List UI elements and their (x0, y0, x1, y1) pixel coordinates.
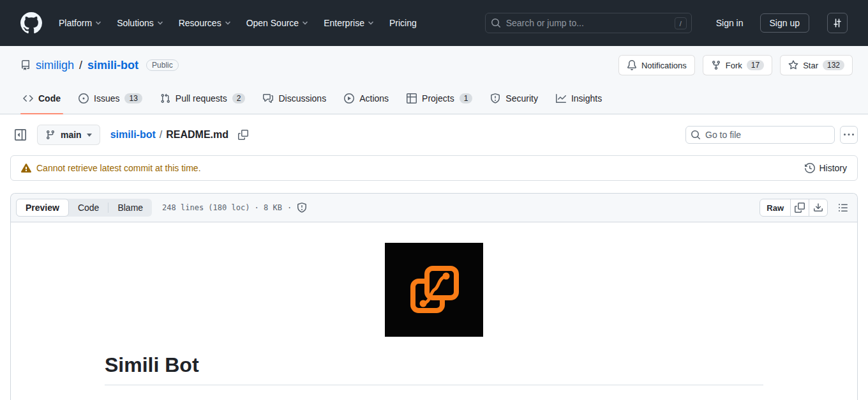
copy-raw-button[interactable] (790, 199, 809, 217)
repo-name-link[interactable]: simili-bot (87, 59, 138, 72)
star-label: Star (803, 61, 818, 70)
chevron-down-icon (95, 20, 101, 26)
tab-insights[interactable]: Insights (550, 83, 608, 114)
copy-icon (238, 130, 248, 140)
search-input[interactable] (485, 13, 692, 33)
readme-title: Simili Bot (105, 353, 763, 385)
sign-up-button[interactable]: Sign up (760, 13, 809, 33)
main-content: main simili-bot / README.md Cannot retri… (0, 114, 868, 400)
tab-label: Issues (94, 93, 119, 104)
copy-path-button[interactable] (235, 127, 251, 143)
nav-platform[interactable]: Platform (52, 13, 108, 33)
bell-icon (627, 60, 637, 70)
tab-code[interactable]: Code (17, 83, 67, 114)
appearance-settings-button[interactable] (827, 13, 848, 33)
shield-icon (490, 93, 500, 104)
simili-bot-logo-image[interactable] (385, 243, 483, 337)
readme-image-wrap (105, 243, 763, 339)
tab-preview[interactable]: Preview (16, 199, 69, 217)
star-button[interactable]: Star 132 (780, 55, 853, 75)
fork-button[interactable]: Fork 17 (703, 55, 772, 75)
repo-title: similigh / simili-bot Public (20, 59, 618, 72)
file-meta: 248 lines (180 loc) · 8 KB · (162, 203, 760, 213)
tab-security[interactable]: Security (484, 83, 544, 114)
repo-owner-link[interactable]: similigh (36, 59, 74, 72)
more-options-button[interactable] (840, 126, 858, 144)
star-count: 132 (823, 60, 844, 70)
go-to-file[interactable] (685, 126, 835, 144)
nav-open-source[interactable]: Open Source (240, 13, 315, 33)
tab-label: Code (38, 93, 61, 104)
chevron-down-icon (368, 20, 374, 26)
tab-label: Pull requests (176, 93, 227, 104)
visibility-badge: Public (146, 59, 179, 71)
code-icon (23, 93, 33, 104)
repo-separator: / (79, 59, 82, 72)
tab-label: Projects (422, 93, 454, 104)
copy-icon (795, 203, 805, 213)
tab-actions[interactable]: Actions (338, 83, 395, 114)
tab-file-code[interactable]: Code (69, 199, 108, 217)
site-header: Platform Solutions Resources Open Source… (0, 0, 868, 46)
star-icon (788, 60, 798, 70)
raw-button[interactable]: Raw (760, 199, 791, 217)
fork-label: Fork (726, 61, 742, 70)
notifications-button[interactable]: Notifications (618, 55, 695, 75)
nav-enterprise[interactable]: Enterprise (317, 13, 380, 33)
commit-warning-banner: Cannot retrieve latest commit at this ti… (10, 155, 858, 181)
raw-button-group: Raw (760, 199, 828, 217)
history-label: History (819, 163, 847, 173)
outline-button[interactable] (834, 199, 852, 217)
breadcrumb: simili-bot / README.md (110, 127, 685, 143)
tab-discussions[interactable]: Discussions (257, 83, 333, 114)
file-view-switcher: Preview Code Blame (16, 199, 152, 217)
tab-label: Discussions (278, 93, 326, 104)
file-meta-separator: · (287, 203, 292, 212)
alert-triangle-icon (21, 163, 31, 173)
chevron-down-icon (157, 20, 163, 26)
header-search[interactable]: / (485, 13, 692, 33)
history-icon (805, 163, 815, 173)
notifications-label: Notifications (641, 61, 687, 70)
comment-discussion-icon (263, 93, 273, 104)
breadcrumb-separator: / (160, 129, 162, 141)
graph-icon (556, 93, 566, 104)
readme-content: Simili Bot (84, 222, 784, 400)
readme-file-box: Preview Code Blame 248 lines (180 loc) ·… (10, 193, 858, 400)
download-raw-button[interactable] (809, 199, 828, 217)
tab-projects[interactable]: Projects 1 (400, 83, 479, 114)
pull-requests-count: 2 (232, 93, 246, 104)
play-icon (344, 93, 354, 104)
chevron-down-icon (225, 20, 231, 26)
repo-header: similigh / simili-bot Public Notificatio… (0, 46, 868, 83)
expand-file-tree-button[interactable] (10, 125, 31, 145)
search-shortcut-key: / (675, 17, 687, 29)
repo-tab-nav: Code Issues 13 Pull requests 2 Discussio… (0, 83, 868, 114)
nav-resources[interactable]: Resources (172, 13, 237, 33)
go-to-file-input[interactable] (685, 126, 835, 144)
tab-label: Actions (359, 93, 389, 104)
nav-pricing[interactable]: Pricing (383, 13, 423, 33)
repo-icon (20, 60, 31, 70)
breadcrumb-file-name: README.md (166, 129, 228, 141)
github-logo-icon[interactable] (20, 12, 42, 34)
shield-alert-icon[interactable] (297, 203, 307, 213)
list-unordered-icon (838, 203, 848, 213)
sliders-icon (832, 18, 842, 28)
tab-blame[interactable]: Blame (108, 199, 152, 217)
table-icon (407, 93, 417, 104)
repo-actions: Notifications Fork 17 Star 132 (618, 55, 853, 75)
nav-solutions[interactable]: Solutions (110, 13, 170, 33)
tab-pull-requests[interactable]: Pull requests 2 (154, 83, 252, 114)
kebab-horizontal-icon (844, 130, 854, 140)
fork-icon (711, 60, 721, 70)
file-nav-row: main simili-bot / README.md (10, 125, 858, 145)
projects-count: 1 (460, 93, 473, 104)
tab-issues[interactable]: Issues 13 (72, 83, 149, 114)
breadcrumb-repo-link[interactable]: simili-bot (110, 129, 156, 141)
sidebar-expand-icon (15, 129, 26, 141)
history-button[interactable]: History (805, 163, 847, 173)
branch-selector-button[interactable]: main (37, 125, 100, 145)
sign-in-link[interactable]: Sign in (710, 14, 750, 32)
issue-opened-icon (79, 93, 89, 104)
